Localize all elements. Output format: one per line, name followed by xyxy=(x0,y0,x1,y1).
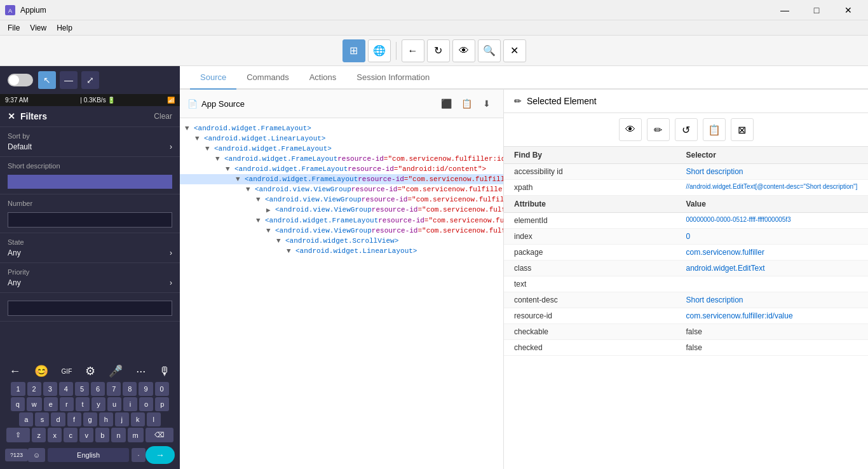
tree-toggle-12[interactable]: ▼ xyxy=(287,247,295,255)
xml-node-9[interactable]: ▼ <android.widget.FrameLayout resource-i… xyxy=(180,215,503,226)
key-c[interactable]: c xyxy=(64,428,78,442)
filters-clear-btn[interactable]: Clear xyxy=(154,112,172,121)
key-space[interactable]: English xyxy=(48,448,129,462)
tree-toggle-1[interactable]: ▼ xyxy=(195,135,204,142)
tree-toggle-2[interactable]: ▼ xyxy=(205,145,214,153)
key-2[interactable]: 2 xyxy=(27,382,41,396)
key-u[interactable]: u xyxy=(107,397,121,411)
key-q[interactable]: q xyxy=(11,397,25,411)
menu-view[interactable]: View xyxy=(25,22,51,34)
key-0[interactable]: 0 xyxy=(155,382,169,396)
tree-toggle-8[interactable]: ▶ xyxy=(266,206,275,214)
toolbar-grid-btn[interactable]: ⊞ xyxy=(342,39,365,62)
kb-more-icon[interactable]: ··· xyxy=(136,365,146,378)
key-d[interactable]: d xyxy=(51,412,65,426)
xml-node-2[interactable]: ▼ <android.widget.FrameLayout> xyxy=(180,144,503,154)
key-t[interactable]: t xyxy=(76,397,90,411)
menu-help[interactable]: Help xyxy=(51,22,78,34)
key-w[interactable]: w xyxy=(27,397,42,411)
element-eye-btn[interactable]: 👁 xyxy=(619,118,642,141)
key-n[interactable]: n xyxy=(111,428,125,442)
kb-sticker-icon[interactable]: 🎤 xyxy=(109,364,123,378)
xml-node-12[interactable]: ▼ <android.widget.LinearLayout> xyxy=(180,246,503,256)
minus-tool-btn[interactable]: — xyxy=(60,71,78,89)
key-7[interactable]: 7 xyxy=(107,382,121,396)
key-a[interactable]: a xyxy=(19,412,33,426)
xml-node-7[interactable]: ▼ <android.view.ViewGroup resource-id="c… xyxy=(180,194,503,205)
expand-tool-btn[interactable]: ⤢ xyxy=(81,71,99,89)
key-9[interactable]: 9 xyxy=(139,382,153,396)
key-v[interactable]: v xyxy=(79,428,93,442)
key-8[interactable]: 8 xyxy=(123,382,137,396)
menu-file[interactable]: File xyxy=(3,22,25,34)
key-enter[interactable]: → xyxy=(146,446,175,464)
key-r[interactable]: r xyxy=(60,397,74,411)
kb-emoji-icon[interactable]: 😊 xyxy=(34,364,48,378)
key-y[interactable]: y xyxy=(92,397,105,411)
filter-extra-input[interactable] xyxy=(8,301,172,316)
tree-toggle-3[interactable]: ▼ xyxy=(215,155,224,163)
tree-toggle-10[interactable]: ▼ xyxy=(266,227,275,234)
key-6[interactable]: 6 xyxy=(91,382,105,396)
key-b[interactable]: b xyxy=(95,428,109,442)
key-s[interactable]: s xyxy=(35,412,49,426)
xml-node-6[interactable]: ▼ <android.view.ViewGroup resource-id="c… xyxy=(180,184,503,194)
key-backspace[interactable]: ⌫ xyxy=(146,428,173,442)
key-p[interactable]: p xyxy=(155,397,169,411)
key-l[interactable]: l xyxy=(147,412,161,426)
key-z[interactable]: z xyxy=(32,428,46,442)
xml-node-4[interactable]: ▼ <android.widget.FrameLayout resource-i… xyxy=(180,164,503,174)
tab-session[interactable]: Session Information xyxy=(346,66,440,90)
key-comma[interactable]: ☺ xyxy=(28,448,45,462)
filter-state-value[interactable]: Any › xyxy=(8,248,172,257)
xml-node-5[interactable]: ▼ <android.widget.FrameLayout resource-i… xyxy=(180,174,503,184)
filter-sort-value[interactable]: Default › xyxy=(8,142,172,151)
key-m[interactable]: m xyxy=(128,428,144,442)
filter-priority-value[interactable]: Any › xyxy=(8,278,172,287)
kb-mic-icon[interactable]: 🎙 xyxy=(159,365,170,378)
key-4[interactable]: 4 xyxy=(59,382,73,396)
key-f[interactable]: f xyxy=(67,412,81,426)
key-5[interactable]: 5 xyxy=(75,382,89,396)
kb-settings-icon[interactable]: ⚙ xyxy=(85,364,95,378)
toolbar-globe-btn[interactable]: 🌐 xyxy=(368,39,391,62)
key-1[interactable]: 1 xyxy=(11,382,25,396)
xml-node-10[interactable]: ▼ <android.view.ViewGroup resource-id="c… xyxy=(180,226,503,236)
key-x[interactable]: x xyxy=(48,428,62,442)
tree-toggle-9[interactable]: ▼ xyxy=(256,217,265,224)
toolbar-refresh-btn[interactable]: ↻ xyxy=(427,39,450,62)
key-g[interactable]: g xyxy=(83,412,97,426)
key-e[interactable]: e xyxy=(44,397,58,411)
maximize-button[interactable]: □ xyxy=(802,0,831,20)
source-copy-btn[interactable]: 📋 xyxy=(458,95,475,112)
element-close-btn[interactable]: ⊠ xyxy=(731,118,754,141)
xml-node-0[interactable]: ▼ <android.widget.FrameLayout> xyxy=(180,123,503,133)
key-i[interactable]: i xyxy=(123,397,137,411)
toggle-switch[interactable] xyxy=(8,74,33,86)
key-3[interactable]: 3 xyxy=(43,382,57,396)
tab-commands[interactable]: Commands xyxy=(236,66,299,90)
toolbar-back-btn[interactable]: ← xyxy=(402,39,424,62)
toolbar-eye-btn[interactable]: 👁 xyxy=(452,39,475,62)
tab-actions[interactable]: Actions xyxy=(299,66,347,90)
key-j[interactable]: j xyxy=(115,412,129,426)
tree-toggle-0[interactable]: ▼ xyxy=(185,125,194,132)
key-k[interactable]: k xyxy=(131,412,145,426)
minimize-button[interactable]: — xyxy=(770,0,799,20)
source-download-btn[interactable]: ⬇ xyxy=(478,95,496,112)
element-copy-btn[interactable]: 📋 xyxy=(703,118,726,141)
element-refresh-btn[interactable]: ↺ xyxy=(675,118,698,141)
toolbar-search-btn[interactable]: 🔍 xyxy=(478,39,501,62)
xml-node-1[interactable]: ▼ <android.widget.LinearLayout> xyxy=(180,133,503,144)
filter-number-input[interactable] xyxy=(8,212,172,228)
tree-toggle-4[interactable]: ▼ xyxy=(226,165,234,173)
element-edit-btn[interactable]: ✏ xyxy=(647,118,670,141)
key-shift[interactable]: ⇧ xyxy=(6,428,30,442)
filters-close-icon[interactable]: ✕ xyxy=(8,111,15,121)
kb-gif-btn[interactable]: GIF xyxy=(62,368,72,375)
xml-node-3[interactable]: ▼ <android.widget.FrameLayout resource-i… xyxy=(180,154,503,164)
tree-toggle-5[interactable]: ▼ xyxy=(236,175,245,183)
close-button[interactable]: ✕ xyxy=(834,0,863,20)
tree-toggle-11[interactable]: ▼ xyxy=(276,237,285,245)
tree-toggle-7[interactable]: ▼ xyxy=(256,196,265,203)
